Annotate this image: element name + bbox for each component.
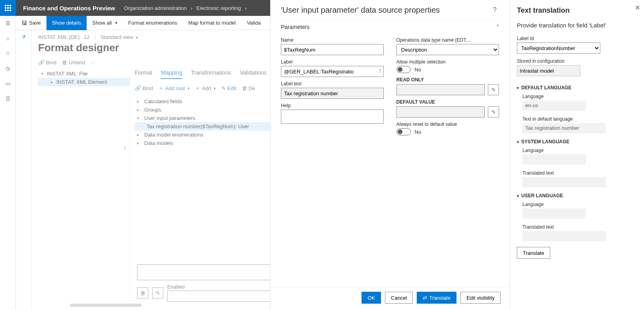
show-details-button[interactable]: Show details: [46, 16, 87, 30]
tab-format[interactable]: Format: [135, 69, 152, 79]
trash-icon: 🗑: [62, 60, 67, 65]
edt-select[interactable]: Description: [396, 44, 499, 55]
workspace-icon[interactable]: ▭: [3, 79, 13, 88]
translate-button[interactable]: ⇄Translate: [417, 292, 456, 304]
bind-button[interactable]: 🔗Bind: [135, 85, 153, 91]
validate-button[interactable]: Valida: [241, 16, 266, 30]
waffle-icon[interactable]: [0, 0, 16, 16]
caret-right-icon: ▸: [137, 141, 141, 145]
plus-icon: ＋: [159, 85, 164, 92]
edit-default-button[interactable]: ✎: [488, 106, 499, 117]
svg-rect-3: [5, 7, 6, 9]
default-input: [396, 106, 485, 117]
view-selector[interactable]: Standard view ▾: [101, 34, 138, 40]
unbind-button[interactable]: 🗑Unbind: [62, 60, 85, 65]
system-translated-value[interactable]: [522, 177, 606, 187]
tab-mapping[interactable]: Mapping: [161, 69, 182, 79]
show-all-button[interactable]: Show all▾: [87, 16, 122, 30]
trash-icon: 🗑: [242, 85, 247, 91]
config-name: INSTAT XML (DE) : 12: [38, 34, 90, 40]
svg-rect-8: [10, 10, 11, 11]
add-button[interactable]: ＋Add▾: [195, 85, 216, 92]
label-input[interactable]: [281, 66, 384, 77]
map-format-button[interactable]: Map format to model: [183, 16, 241, 30]
tree-item-root[interactable]: ▾INSTAT XML: File: [38, 69, 130, 78]
ok-button[interactable]: OK: [362, 292, 381, 304]
section-system-language[interactable]: ▾SYSTEM LANGUAGE: [517, 139, 637, 144]
tab-transformations[interactable]: Transformations: [191, 69, 231, 79]
stored-input: [517, 65, 580, 76]
scrollbar[interactable]: [70, 304, 141, 307]
breadcrumb-item[interactable]: Electronic reporting: [195, 5, 242, 11]
edit-readonly-button[interactable]: ✎: [488, 84, 499, 95]
labeltext-label: Label text: [281, 81, 384, 87]
caret-right-icon: ▸: [137, 108, 141, 112]
edit-row-button[interactable]: ✎: [152, 287, 163, 298]
edit-button[interactable]: ✎Edit: [221, 85, 236, 91]
help-input[interactable]: [281, 110, 384, 124]
star-icon[interactable]: ☆: [3, 48, 13, 58]
hamburger-icon[interactable]: ☰: [3, 18, 13, 28]
pencil-icon: ✎: [221, 85, 226, 91]
recent-icon[interactable]: ◷: [3, 64, 13, 73]
translation-subtitle: Provide translation for field 'Label': [517, 21, 637, 29]
pencil-icon: ✎: [491, 87, 496, 93]
delete-row-button[interactable]: 🗑: [137, 287, 148, 298]
translated-label: Translated text: [522, 170, 637, 176]
add-root-button[interactable]: ＋Add root▾: [159, 85, 190, 92]
tab-validations[interactable]: Validations: [240, 69, 267, 79]
delete-button[interactable]: 🗑De: [242, 85, 255, 91]
tree-item-child[interactable]: ▸INSTAT: XML Element: [38, 78, 130, 86]
chevron-down-icon: ▾: [188, 86, 190, 90]
caret-down-icon: ▾: [517, 86, 519, 90]
caret-down-icon: ▾: [517, 194, 519, 198]
section-default-language[interactable]: ▾DEFAULT LANGUAGE: [517, 85, 637, 90]
labelid-select[interactable]: TaxRegistrationNumber: [517, 42, 600, 54]
home-icon[interactable]: ⌂: [3, 33, 13, 43]
chevron-down-icon: ▾: [214, 86, 216, 90]
allow-multi-toggle[interactable]: [396, 66, 411, 73]
caret-right-icon: ▸: [137, 99, 141, 104]
cancel-button[interactable]: Cancel: [385, 292, 413, 304]
edit-visibility-button[interactable]: Edit visibility: [460, 292, 501, 304]
section-user-language[interactable]: ▾USER LANGUAGE: [517, 193, 637, 198]
modules-icon[interactable]: ☲: [3, 94, 13, 103]
help-icon[interactable]: ?: [491, 6, 499, 14]
readonly-input: [396, 84, 485, 95]
filter-icon: ⧩: [21, 34, 26, 310]
textdef-value: Tax registration number: [522, 123, 606, 133]
bind-button[interactable]: 🔗Bind: [38, 60, 56, 65]
svg-rect-7: [7, 10, 9, 11]
breadcrumb-item[interactable]: Organization administration: [122, 5, 188, 11]
format-enumerations-button[interactable]: Format enumerations: [123, 16, 183, 30]
label-label: Label: [281, 59, 384, 65]
splitter-handle[interactable]: ⦀: [124, 145, 126, 150]
info-icon[interactable]: ▯: [379, 68, 381, 73]
translation-title: Text translation: [517, 6, 637, 15]
plus-icon: ＋: [195, 85, 200, 92]
chevron-down-icon: ▾: [136, 35, 138, 40]
translate-action-button[interactable]: Translate: [517, 247, 550, 259]
caret-right-icon: ▸: [137, 133, 141, 137]
more-button[interactable]: ···: [91, 60, 95, 65]
name-input[interactable]: [281, 44, 384, 55]
allow-multi-value: No: [415, 67, 422, 73]
app-title: Finance and Operations Preview: [16, 5, 122, 12]
labeltext-input: [281, 88, 384, 99]
system-language-value[interactable]: [522, 154, 586, 165]
reset-toggle[interactable]: [396, 128, 411, 135]
svg-rect-4: [7, 7, 9, 9]
section-parameters[interactable]: Parameters ˄: [281, 20, 499, 33]
user-language-value[interactable]: [522, 208, 586, 219]
help-label: Help: [281, 103, 384, 108]
link-icon: 🔗: [38, 60, 44, 65]
filter-pane[interactable]: ⧩: [16, 30, 32, 310]
save-icon: 🖫: [21, 20, 27, 26]
save-button[interactable]: 🖫Save: [16, 16, 46, 30]
close-icon[interactable]: ✕: [635, 4, 640, 12]
breadcrumb: Organization administration › Electronic…: [122, 5, 249, 11]
chevron-right-icon: ›: [242, 5, 249, 11]
default-heading: DEFAULT VALUE: [396, 99, 499, 105]
user-translated-value[interactable]: [522, 231, 606, 241]
caret-down-icon: ▾: [517, 140, 519, 144]
